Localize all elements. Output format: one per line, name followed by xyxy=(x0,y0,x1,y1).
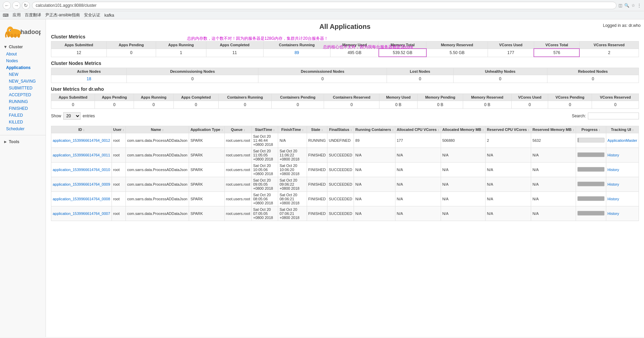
about-link[interactable]: About xyxy=(6,52,17,56)
cluster-metrics-header-3: Apps Completed xyxy=(206,41,263,49)
forward-button[interactable]: → xyxy=(12,1,20,10)
app-id-cell[interactable]: application_1539966614764_0011 xyxy=(51,148,112,163)
apps-table-col-10[interactable]: Allocated CPU VCores ↕ xyxy=(395,126,441,133)
tracking-link[interactable]: ApplicationMaster xyxy=(608,138,637,142)
app-final-status-cell: SUCCEEDED xyxy=(327,148,354,163)
accepted-link[interactable]: ACCEPTED xyxy=(9,92,31,97)
bookmark-translate[interactable]: 百度翻译 xyxy=(25,12,41,18)
bookmark-kafka[interactable]: kafka xyxy=(104,13,114,18)
scheduler-link[interactable]: Scheduler xyxy=(6,126,24,131)
app-tracking-cell[interactable]: History xyxy=(606,148,639,163)
cluster-nodes-metrics-table: Active NodesDecommissioning NodesDecommi… xyxy=(51,68,639,83)
failed-link[interactable]: FAILED xyxy=(9,113,23,118)
app-queue-cell: root.users.root xyxy=(224,192,252,206)
cluster-nodes-header-4: Unhealthy Nodes xyxy=(453,68,547,75)
submitted-link[interactable]: SUBMITTED xyxy=(9,86,32,90)
apps-table-col-7[interactable]: State ↕ xyxy=(307,126,327,133)
reload-button[interactable]: ↻ xyxy=(22,1,30,10)
apps-table-col-9[interactable]: Running Containers ↕ xyxy=(354,126,395,133)
app-state-cell: RUNNING xyxy=(307,133,327,148)
apps-table-col-13[interactable]: Reserved Memory MB ↕ xyxy=(531,126,576,133)
url-bar[interactable]: calculation101.aggrx:8088/cluster xyxy=(32,2,616,9)
app-id-cell[interactable]: application_1539966614764_0008 xyxy=(51,192,112,206)
table-row: application_1539966614764_0012rootcom.sa… xyxy=(51,133,639,148)
sidebar-item-nodes[interactable]: Nodes xyxy=(0,57,46,64)
sidebar-item-new[interactable]: NEW xyxy=(0,71,46,78)
app-id-cell[interactable]: application_1539966614764_0007 xyxy=(51,206,112,221)
apps-table-col-5[interactable]: StartTime ↕ xyxy=(252,126,278,133)
bookmark-ansible[interactable]: 尹正杰-ansible指南 xyxy=(45,12,80,18)
bookmark-apps[interactable]: 应用 xyxy=(13,12,21,18)
sidebar-cluster-section[interactable]: ▼ Cluster xyxy=(0,43,46,51)
sidebar-item-failed[interactable]: FAILED xyxy=(0,112,46,119)
entries-select[interactable]: 102050100 xyxy=(63,112,81,120)
app-id-link[interactable]: application_1539966614764_0010 xyxy=(53,168,110,172)
sidebar-item-running[interactable]: RUNNING xyxy=(0,98,46,105)
running-link[interactable]: RUNNING xyxy=(9,99,28,104)
apps-table-col-0[interactable]: ID ↕ xyxy=(51,126,112,133)
tracking-link[interactable]: History xyxy=(608,197,619,201)
sidebar-item-applications[interactable]: Applications xyxy=(0,64,46,71)
search-icon: 🔍 xyxy=(624,3,629,8)
bookmark-security[interactable]: 安全认证 xyxy=(84,12,100,18)
active-nodes-link[interactable]: 18 xyxy=(87,77,91,81)
applications-link[interactable]: Applications xyxy=(6,65,31,70)
sidebar-tools-section[interactable]: ► Tools xyxy=(0,138,46,146)
apps-table-col-2[interactable]: Name ↕ xyxy=(125,126,189,133)
user-metrics-value-1: 0 xyxy=(95,101,134,109)
app-tracking-cell[interactable]: History xyxy=(606,206,639,221)
app-id-link[interactable]: application_1539966614764_0011 xyxy=(53,153,110,157)
apps-table-col-15[interactable]: Tracking UI ↕ xyxy=(606,126,639,133)
tracking-link[interactable]: History xyxy=(608,182,619,186)
app-id-link[interactable]: application_1539966614764_0009 xyxy=(53,182,110,186)
user-metrics-value-row: 00000000 B0 B0 B000 xyxy=(51,101,639,109)
app-id-cell[interactable]: application_1539966614764_0012 xyxy=(51,133,112,148)
app-id-cell[interactable]: application_1539966614764_0009 xyxy=(51,177,112,192)
cluster-nodes-value-1: 0 xyxy=(126,75,258,83)
tracking-link[interactable]: History xyxy=(608,212,619,216)
app-id-link[interactable]: application_1539966614764_0012 xyxy=(53,138,110,142)
sidebar-item-submitted[interactable]: SUBMITTED xyxy=(0,85,46,91)
app-start-cell: Sat Oct 20 09:05:05 +0800 2018 xyxy=(252,177,278,192)
app-reserved-mem-cell: N/A xyxy=(531,206,576,221)
apps-table-col-4[interactable]: Queue ↕ xyxy=(224,126,252,133)
sidebar-item-killed[interactable]: KILLED xyxy=(0,119,46,125)
apps-table-col-12[interactable]: Reserved CPU VCores ↕ xyxy=(486,126,531,133)
app-queue-cell: root.users.root xyxy=(224,177,252,192)
app-id-link[interactable]: application_1539966614764_0007 xyxy=(53,212,110,216)
tracking-link[interactable]: History xyxy=(608,153,619,157)
apps-table-col-14[interactable]: Progress ↕ xyxy=(576,126,606,133)
apps-table-col-3[interactable]: Application Type ↕ xyxy=(189,126,224,133)
app-id-link[interactable]: application_1539966614764_0008 xyxy=(53,197,110,201)
app-type-cell: SPARK xyxy=(189,148,224,163)
sidebar-item-finished[interactable]: FINISHED xyxy=(0,105,46,112)
app-tracking-cell[interactable]: ApplicationMaster xyxy=(606,133,639,148)
apps-table-col-6[interactable]: FinishTime ↕ xyxy=(278,126,307,133)
sidebar-item-scheduler[interactable]: Scheduler xyxy=(0,125,46,132)
sidebar-item-about[interactable]: About xyxy=(0,51,46,57)
app-progress-cell xyxy=(576,163,606,177)
app-tracking-cell[interactable]: History xyxy=(606,192,639,206)
user-metrics-value-6: 0 xyxy=(324,101,379,109)
nodes-link[interactable]: Nodes xyxy=(6,58,18,63)
new-link[interactable]: NEW xyxy=(9,72,18,77)
killed-link[interactable]: KILLED xyxy=(9,120,23,124)
apps-table-col-1[interactable]: User ↕ xyxy=(112,126,125,133)
sidebar-item-accepted[interactable]: ACCEPTED xyxy=(0,91,46,98)
apps-table-col-11[interactable]: Allocated Memory MB ↕ xyxy=(441,126,485,133)
containers-running-link[interactable]: 89 xyxy=(294,50,299,55)
back-button[interactable]: ← xyxy=(3,1,11,10)
applications-table: ID ↕User ↕Name ↕Application Type ↕Queue … xyxy=(51,126,639,221)
app-id-cell[interactable]: application_1539966614764_0010 xyxy=(51,163,112,177)
sidebar-item-new-saving[interactable]: NEW_SAVING xyxy=(0,78,46,85)
apps-table-col-8[interactable]: FinalStatus ↕ xyxy=(327,126,354,133)
sort-arrows-6: ↕ xyxy=(302,128,304,132)
finished-link[interactable]: FINISHED xyxy=(9,106,28,111)
search-input[interactable] xyxy=(588,113,639,119)
app-tracking-cell[interactable]: History xyxy=(606,177,639,192)
app-tracking-cell[interactable]: History xyxy=(606,163,639,177)
app-user-cell: root xyxy=(112,163,125,177)
new-saving-link[interactable]: NEW_SAVING xyxy=(9,79,36,84)
entries-suffix: entries xyxy=(83,114,95,118)
tracking-link[interactable]: History xyxy=(608,168,619,172)
